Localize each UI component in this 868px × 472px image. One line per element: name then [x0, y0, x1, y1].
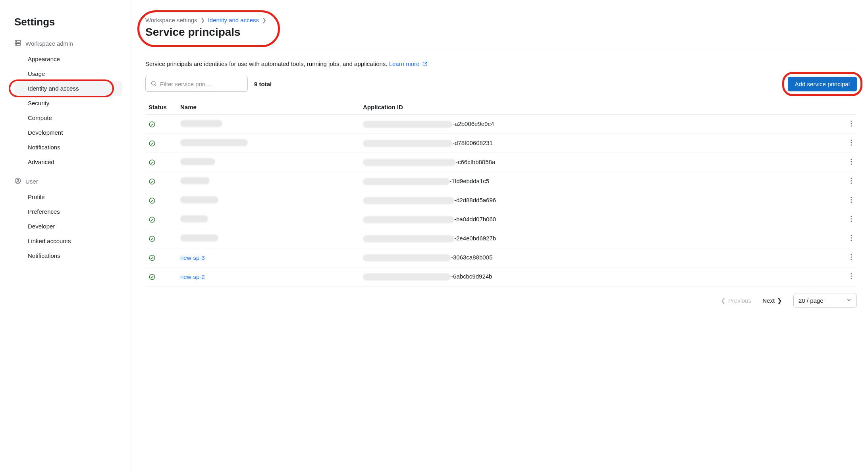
table-row: -2e4e0bd6927b	[145, 229, 857, 248]
appid-cell: -6abcbc9d924b	[360, 267, 839, 286]
sidebar-section-workspace-admin: Workspace admin Appearance Usage Identit…	[14, 39, 122, 169]
svg-point-41	[851, 275, 852, 277]
sidebar-item-profile[interactable]: Profile	[14, 190, 122, 204]
row-kebab-menu[interactable]	[849, 252, 854, 263]
svg-point-33	[851, 237, 852, 238]
name-cell[interactable]	[177, 210, 360, 229]
col-header-name[interactable]: Name	[177, 100, 360, 115]
status-active-icon	[145, 172, 177, 191]
sidebar-item-advanced[interactable]: Advanced	[14, 155, 122, 169]
chevron-right-icon: ❯	[201, 17, 205, 23]
redacted-appid-prefix	[363, 121, 453, 128]
appid-cell: -1fd9ebdda1c5	[360, 172, 839, 191]
row-kebab-menu[interactable]	[849, 157, 854, 168]
row-kebab-menu[interactable]	[849, 214, 854, 225]
page-description: Service principals are identities for us…	[145, 60, 857, 67]
sidebar-section-header: Workspace admin	[14, 39, 122, 48]
svg-point-7	[149, 122, 155, 127]
sidebar-item-preferences[interactable]: Preferences	[14, 204, 122, 219]
svg-point-25	[851, 199, 852, 200]
status-active-icon	[145, 134, 177, 153]
appid-suffix: -6abcbc9d924b	[451, 273, 492, 280]
sidebar-item-linked-accounts[interactable]: Linked accounts	[14, 234, 122, 248]
row-kebab-menu[interactable]	[849, 271, 854, 282]
row-kebab-menu[interactable]	[849, 119, 854, 130]
page-title: Service principals	[145, 26, 266, 39]
breadcrumb-workspace-settings[interactable]: Workspace settings	[145, 17, 197, 23]
svg-point-5	[17, 179, 19, 181]
svg-point-13	[851, 142, 852, 143]
redacted-name	[180, 139, 248, 146]
svg-point-22	[851, 182, 852, 184]
col-header-appid[interactable]: Application ID	[360, 100, 839, 115]
sidebar-item-development[interactable]: Development	[14, 125, 122, 140]
name-cell[interactable]	[177, 115, 360, 134]
svg-point-34	[851, 240, 852, 241]
name-cell[interactable]	[177, 229, 360, 248]
sidebar-item-notifications[interactable]: Notifications	[14, 140, 122, 155]
redacted-name	[180, 234, 218, 242]
status-active-icon	[145, 229, 177, 248]
redacted-name	[180, 120, 222, 127]
sidebar-item-usage[interactable]: Usage	[14, 66, 122, 81]
filter-input[interactable]	[160, 81, 243, 87]
svg-point-36	[851, 254, 852, 255]
col-header-status[interactable]: Status	[145, 100, 177, 115]
page-header: Workspace settings ❯ Identity and access…	[145, 14, 276, 43]
name-cell[interactable]	[177, 172, 360, 191]
name-cell[interactable]	[177, 153, 360, 172]
add-service-principal-button[interactable]: Add service principal	[788, 77, 857, 91]
previous-page-button[interactable]: ❮ Previous	[721, 297, 751, 304]
svg-point-39	[149, 274, 155, 280]
redacted-appid-prefix	[363, 254, 451, 261]
svg-point-23	[149, 198, 155, 203]
pagination: ❮ Previous Next ❯ 20 / page	[145, 294, 857, 308]
appid-suffix: -2e4e0bd6927b	[454, 235, 496, 242]
svg-point-31	[149, 236, 155, 242]
svg-point-3	[16, 44, 17, 44]
status-active-icon	[145, 267, 177, 286]
sidebar-item-user-notifications[interactable]: Notifications	[14, 248, 122, 263]
row-kebab-menu[interactable]	[849, 195, 854, 206]
breadcrumb-identity-and-access[interactable]: Identity and access	[208, 17, 259, 23]
user-icon	[14, 177, 21, 186]
appid-suffix: -3063ca88b005	[451, 254, 492, 261]
status-active-icon	[145, 153, 177, 172]
sidebar-item-appearance[interactable]: Appearance	[14, 52, 122, 66]
appid-cell: -3063ca88b005	[360, 248, 839, 267]
redacted-name	[180, 158, 215, 165]
row-kebab-menu[interactable]	[849, 138, 854, 149]
total-count: 9 total	[254, 81, 272, 87]
learn-more-link[interactable]: Learn more	[389, 60, 428, 67]
sidebar-item-developer[interactable]: Developer	[14, 219, 122, 234]
svg-point-12	[851, 139, 852, 141]
svg-point-21	[851, 180, 852, 181]
workspace-admin-icon	[14, 39, 21, 48]
svg-point-38	[851, 259, 852, 260]
sidebar-item-identity-and-access[interactable]: Identity and access	[14, 81, 122, 96]
row-kebab-menu[interactable]	[849, 233, 854, 244]
next-page-button[interactable]: Next ❯	[762, 297, 782, 304]
filter-input-wrap[interactable]	[145, 76, 248, 92]
svg-point-2	[16, 41, 17, 42]
service-principal-link[interactable]: new-sp-2	[180, 273, 205, 280]
svg-point-15	[149, 160, 155, 165]
service-principal-link[interactable]: new-sp-3	[180, 254, 205, 261]
redacted-name	[180, 215, 208, 222]
table-row: -a2b006e9e9c4	[145, 115, 857, 134]
svg-point-32	[851, 235, 852, 236]
row-kebab-menu[interactable]	[849, 176, 854, 187]
name-cell[interactable]: new-sp-2	[177, 267, 360, 286]
name-cell[interactable]	[177, 191, 360, 210]
name-cell[interactable]: new-sp-3	[177, 248, 360, 267]
search-icon	[150, 80, 157, 88]
redacted-appid-prefix	[363, 235, 454, 242]
sidebar-item-security[interactable]: Security	[14, 96, 122, 110]
sidebar-item-compute[interactable]: Compute	[14, 110, 122, 125]
svg-point-28	[851, 216, 852, 217]
chevron-right-icon: ❯	[262, 17, 266, 23]
svg-point-19	[149, 179, 155, 184]
appid-cell: -d78f00608231	[360, 134, 839, 153]
name-cell[interactable]	[177, 134, 360, 153]
page-size-select[interactable]: 20 / page	[793, 294, 857, 308]
